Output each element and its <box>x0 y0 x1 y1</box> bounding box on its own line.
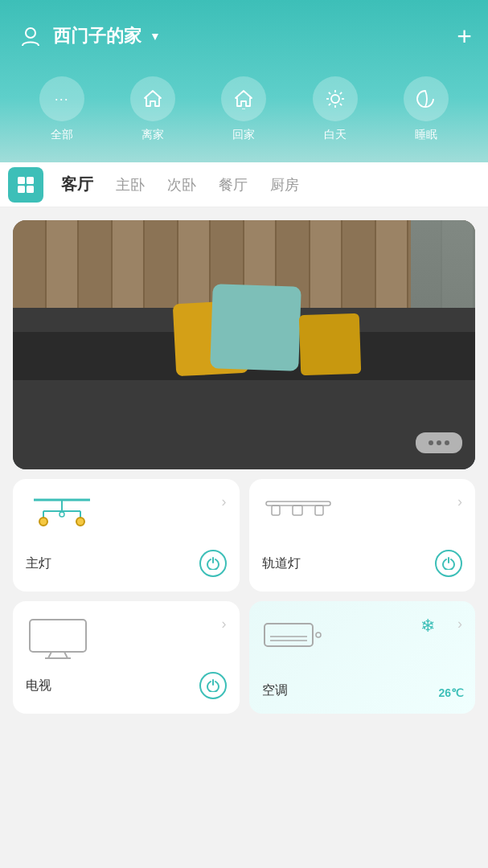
ac-icon <box>262 616 326 660</box>
add-button[interactable]: + <box>457 23 472 49</box>
scene-all-label: 全部 <box>51 128 73 142</box>
device-card-ac[interactable]: › ❄ 空调 26℃ <box>249 601 476 714</box>
svg-point-1 <box>331 95 339 103</box>
svg-rect-12 <box>18 186 25 193</box>
room-bg <box>13 220 475 469</box>
room-more-button[interactable] <box>416 432 462 453</box>
user-home: 西门子的家 ▼ <box>16 22 161 51</box>
device-card-track-light[interactable]: › 轨道灯 <box>249 479 476 592</box>
main-light-icon <box>26 493 98 538</box>
scene-sleep-icon <box>404 76 449 121</box>
tab-kitchen[interactable]: 厨房 <box>259 169 310 201</box>
track-light-name: 轨道灯 <box>262 555 301 572</box>
main-light-name: 主灯 <box>26 555 51 572</box>
pillow-teal <box>210 284 301 371</box>
scene-all-icon: ··· <box>39 76 84 121</box>
svg-point-0 <box>26 28 35 38</box>
svg-rect-26 <box>30 620 86 652</box>
ac-temp: 26℃ <box>438 686 464 699</box>
device-card-bottom-2: 轨道灯 <box>262 550 463 577</box>
scene-sleep[interactable]: 睡眠 <box>404 76 449 142</box>
top-bar: 西门子的家 ▼ + <box>16 0 472 64</box>
tab-second[interactable]: 次卧 <box>156 169 207 201</box>
scene-day-icon <box>313 76 358 121</box>
scene-away-label: 离家 <box>141 128 164 142</box>
scene-away-icon <box>130 76 175 121</box>
scene-home-label: 回家 <box>232 128 255 142</box>
scenes-row: ··· 全部 离家 回家 <box>16 64 472 162</box>
header: 西门子的家 ▼ + ··· 全部 离家 <box>0 0 488 162</box>
grid-view-button[interactable] <box>8 167 43 203</box>
tv-icon <box>26 616 90 660</box>
dropdown-icon[interactable]: ▼ <box>150 30 161 43</box>
device-card-bottom: 主灯 <box>26 550 227 577</box>
svg-rect-10 <box>18 177 25 184</box>
tv-name: 电视 <box>26 678 51 694</box>
svg-line-9 <box>329 104 330 105</box>
tv-chevron: › <box>222 616 227 633</box>
track-light-icon <box>262 493 334 530</box>
user-icon[interactable] <box>16 22 45 51</box>
tv-power[interactable] <box>199 672 227 699</box>
device-card-top: › <box>26 493 227 538</box>
tab-dining[interactable]: 餐厅 <box>207 169 259 201</box>
scene-home[interactable]: 回家 <box>221 76 266 142</box>
tab-living[interactable]: 客厅 <box>50 167 105 202</box>
ac-name: 空调 <box>262 682 288 699</box>
device-card-bottom-3: 电视 <box>26 672 227 699</box>
scene-all[interactable]: ··· 全部 <box>39 76 84 142</box>
dot-1 <box>429 440 433 445</box>
svg-point-20 <box>59 512 64 517</box>
dot-2 <box>437 440 441 445</box>
home-title: 西门子的家 <box>53 24 141 48</box>
pillow-yellow-2 <box>298 313 361 376</box>
tab-master[interactable]: 主卧 <box>105 169 156 201</box>
svg-line-28 <box>64 652 68 658</box>
device-card-bottom-4: 空调 26℃ <box>262 682 463 699</box>
svg-point-21 <box>76 518 84 526</box>
tabs-container: 客厅 主卧 次卧 餐厅 厨房 <box>0 162 488 207</box>
svg-rect-11 <box>27 177 34 184</box>
scene-home-icon <box>221 76 266 121</box>
device-grid: › 主灯 › <box>0 479 488 727</box>
main-light-chevron: › <box>222 493 227 510</box>
svg-line-27 <box>48 652 51 658</box>
svg-rect-23 <box>272 506 280 515</box>
main-light-power[interactable] <box>199 550 227 577</box>
svg-line-6 <box>329 92 330 94</box>
scene-day[interactable]: 白天 <box>313 76 358 142</box>
device-card-top-2: › <box>262 493 463 530</box>
svg-rect-25 <box>315 506 323 515</box>
device-card-main-light[interactable]: › 主灯 <box>13 479 240 592</box>
dot-3 <box>445 440 449 445</box>
device-card-top-3: › <box>26 616 227 660</box>
ac-chevron: › <box>457 616 462 633</box>
svg-rect-24 <box>293 506 302 515</box>
svg-line-7 <box>340 104 342 105</box>
svg-line-8 <box>340 92 342 94</box>
track-light-power[interactable] <box>435 550 462 577</box>
track-light-chevron: › <box>457 493 462 510</box>
scene-sleep-label: 睡眠 <box>415 128 437 142</box>
scene-away[interactable]: 离家 <box>130 76 175 142</box>
room-image <box>13 220 475 469</box>
device-card-tv[interactable]: › 电视 <box>13 601 240 714</box>
snowflake-icon: ❄ <box>420 616 435 637</box>
svg-rect-30 <box>265 624 313 646</box>
scene-day-label: 白天 <box>324 128 347 142</box>
svg-rect-13 <box>27 186 34 193</box>
svg-point-33 <box>316 633 321 637</box>
svg-point-19 <box>39 518 47 526</box>
